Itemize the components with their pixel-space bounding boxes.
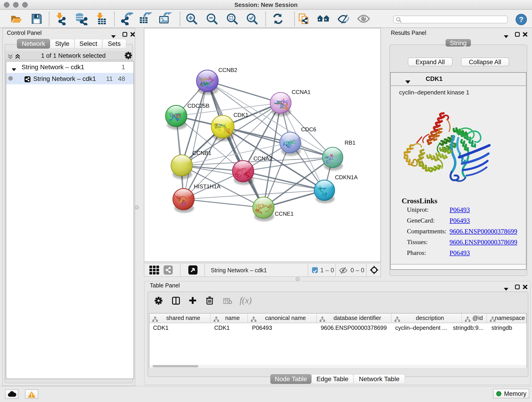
svg-text:HIST1H1A: HIST1H1A xyxy=(194,183,221,190)
svg-text:CDKN1A: CDKN1A xyxy=(335,174,358,180)
svg-text:CDK1: CDK1 xyxy=(234,112,248,118)
svg-text:CCNE1: CCNE1 xyxy=(275,211,294,217)
svg-text:CCNB1: CCNB1 xyxy=(192,150,211,156)
svg-text:CCNA2: CCNA2 xyxy=(253,155,272,162)
svg-text:RB1: RB1 xyxy=(345,140,355,146)
svg-text:CDC25B: CDC25B xyxy=(187,103,209,109)
svg-text:?: ? xyxy=(519,15,524,24)
svg-text:CCNA1: CCNA1 xyxy=(292,89,311,95)
svg-text:CDC6: CDC6 xyxy=(301,126,316,133)
svg-text:CCNB2: CCNB2 xyxy=(218,67,237,73)
